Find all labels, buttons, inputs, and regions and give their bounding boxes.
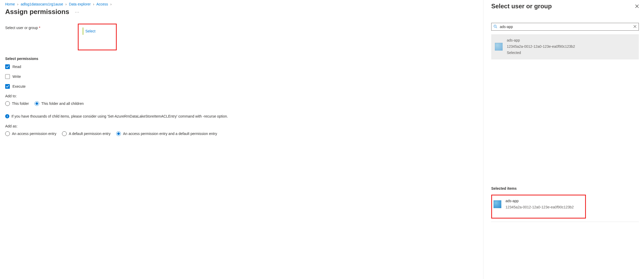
chevron-right-icon: › xyxy=(65,2,67,6)
select-user-label: Select user or group* xyxy=(5,24,78,30)
app-icon xyxy=(495,43,503,51)
page-title: Assign permissions xyxy=(5,8,69,16)
chevron-right-icon: › xyxy=(17,2,18,6)
chevron-right-icon: › xyxy=(110,2,112,6)
panel-title: Select user or group xyxy=(491,3,552,10)
clear-search-icon[interactable] xyxy=(633,25,636,29)
add-to-heading: Add to: xyxy=(5,94,478,98)
radio-access-entry[interactable]: An access permission entry xyxy=(5,131,56,136)
breadcrumb: Home › adlsg1datascans1rg1ause › Data ex… xyxy=(5,2,478,6)
highlight-box-selected: ads-app 12345a2a-0012-12a0-123e-ea0f90c1… xyxy=(491,195,586,219)
info-text: If you have thousands of child items, pl… xyxy=(11,114,228,118)
search-result-item[interactable]: ads-app 12345a2a-0012-12a0-123e-ea0f90c1… xyxy=(491,34,639,59)
breadcrumb-data-explorer[interactable]: Data explorer xyxy=(69,2,91,6)
more-actions-button[interactable]: ··· xyxy=(75,10,80,14)
radio-this-folder-label: This folder xyxy=(12,101,29,106)
highlight-box-select: Select xyxy=(78,24,117,50)
selected-items-heading: Selected items xyxy=(491,176,639,190)
breadcrumb-home[interactable]: Home xyxy=(5,2,15,6)
read-label: Read xyxy=(12,65,21,69)
read-checkbox[interactable] xyxy=(5,64,10,69)
svg-line-1 xyxy=(496,27,497,28)
write-checkbox[interactable] xyxy=(5,74,10,79)
breadcrumb-access[interactable]: Access xyxy=(96,2,108,6)
radio-this-folder-children-label: This folder and all children xyxy=(41,101,84,106)
search-icon xyxy=(494,25,497,29)
chevron-right-icon: › xyxy=(93,2,94,6)
selected-id: 12345a2a-0012-12a0-123e-ea0f90c123b2 xyxy=(505,204,574,210)
radio-this-folder[interactable]: This folder xyxy=(5,101,29,106)
add-as-heading: Add as: xyxy=(5,124,478,128)
svg-point-0 xyxy=(494,25,496,27)
search-input[interactable] xyxy=(499,24,633,29)
execute-checkbox[interactable] xyxy=(5,84,10,89)
result-id: 12345a2a-0012-12a0-123e-ea0f90c123b2 xyxy=(507,44,575,50)
selected-item: ads-app 12345a2a-0012-12a0-123e-ea0f90c1… xyxy=(492,198,585,210)
radio-this-folder-children[interactable]: This folder and all children xyxy=(34,101,84,106)
radio-access-entry-label: An access permission entry xyxy=(12,132,56,136)
result-name: ads-app xyxy=(507,37,575,44)
result-status: Selected xyxy=(507,50,575,56)
radio-access-and-default-entry[interactable]: An access permission entry and a default… xyxy=(116,131,217,136)
execute-label: Execute xyxy=(12,84,26,89)
app-icon xyxy=(494,200,501,208)
write-label: Write xyxy=(12,74,21,79)
search-input-wrapper[interactable] xyxy=(491,23,639,31)
radio-access-and-default-entry-label: An access permission entry and a default… xyxy=(123,132,217,136)
info-icon: i xyxy=(5,114,9,118)
breadcrumb-resource[interactable]: adlsg1datascans1rg1ause xyxy=(21,2,63,6)
selected-name: ads-app xyxy=(505,198,574,204)
close-icon[interactable] xyxy=(635,4,639,8)
radio-default-entry-label: A default permission entry xyxy=(69,132,110,136)
required-indicator: * xyxy=(39,26,40,30)
select-user-link[interactable]: Select xyxy=(85,29,95,33)
radio-default-entry[interactable]: A default permission entry xyxy=(62,131,110,136)
select-permissions-heading: Select permissions xyxy=(5,57,478,61)
